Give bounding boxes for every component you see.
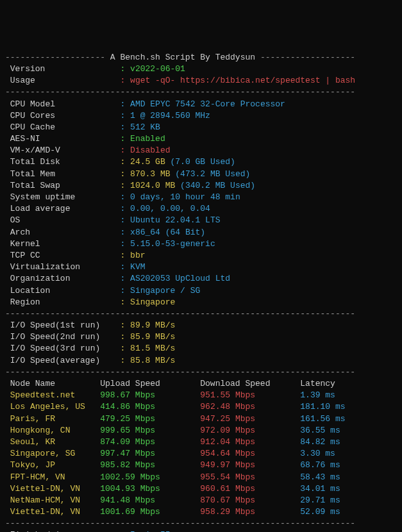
speedtest-node: Tokyo, JP [10, 460, 100, 470]
speedtest-download: 958.29 Mbps [200, 507, 300, 517]
colon: : [120, 251, 125, 260]
mem-value: 870.3 MB [130, 169, 170, 179]
loc-value: Singapore / SG [130, 286, 200, 295]
speedtest-upload: 1001.69 Mbps [100, 507, 200, 517]
speedtest-download: 972.09 Mbps [200, 426, 300, 435]
usage-label: Usage [10, 76, 35, 85]
script-title: A Bench.sh Script By Teddysun [110, 53, 255, 62]
speedtest-download: 954.64 Mbps [200, 449, 300, 458]
kernel-value: 5.15.0-53-generic [130, 239, 215, 249]
load-value: 0.00, 0.00, 0.04 [130, 204, 210, 213]
colon: : [120, 356, 125, 365]
colon: : [120, 239, 125, 249]
speedtest-latency: 68.76 ms [300, 460, 340, 470]
colon: : [120, 320, 125, 330]
cpu-cores-value: 1 @ 2894.560 MHz [130, 111, 210, 121]
divider: ----------------------------------------… [5, 367, 355, 377]
speedtest-download: 955.54 Mbps [200, 472, 300, 482]
cpu-model-label: CPU Model [10, 99, 55, 109]
io-avg-value: 85.8 MB/s [130, 356, 175, 365]
colon: : [120, 181, 125, 190]
speedtest-upload: 941.48 Mbps [100, 495, 200, 505]
speedtest-upload: 414.86 Mbps [100, 402, 200, 411]
swap-used: (340.2 MB Used) [180, 181, 255, 190]
colon: : [120, 76, 125, 85]
colon: : [120, 145, 125, 155]
speedtest-node: Los Angeles, US [10, 402, 100, 411]
speedtest-upload: 985.82 Mbps [100, 460, 200, 470]
speedtest-upload: 997.47 Mbps [100, 449, 200, 458]
colon: : [120, 262, 125, 272]
colon: : [120, 274, 125, 283]
speedtest-download: 870.67 Mbps [200, 495, 300, 505]
speedtest-download: 951.55 Mbps [200, 390, 300, 400]
speedtest-latency: 34.01 ms [300, 484, 340, 494]
aes-label: AES-NI [10, 134, 40, 144]
speedtest-latency: 36.55 ms [300, 426, 340, 435]
virt-label: Virtualization [10, 262, 80, 272]
speedtest-download: 912.04 Mbps [200, 437, 300, 447]
disk-used: (7.0 GB Used) [171, 157, 235, 167]
colon: : [120, 204, 125, 213]
load-label: Load average [10, 204, 71, 213]
mem-used: (473.2 MB Used) [175, 169, 250, 179]
vmx-label: VM-x/AMD-V [10, 145, 60, 155]
disk-value: 24.5 GB [130, 157, 165, 167]
io-run3-value: 81.5 MB/s [130, 344, 175, 353]
speedtest-upload: 1004.93 Mbps [100, 484, 200, 494]
aes-value: Enabled [130, 134, 165, 144]
uptime-value: 0 days, 10 hour 48 min [130, 192, 240, 202]
colon: : [120, 134, 125, 144]
colon: : [120, 215, 125, 225]
cpu-cores-label: CPU Cores [10, 111, 55, 121]
speedtest-latency: 1.39 ms [300, 390, 335, 400]
speedtest-upload: 999.65 Mbps [100, 426, 200, 435]
virt-value: KVM [130, 262, 145, 272]
speedtest-node: Viettel-DN, VN [10, 484, 100, 494]
uptime-label: System uptime [10, 192, 75, 202]
colon: : [120, 64, 125, 74]
divider: ------------------- [255, 53, 355, 62]
colon: : [120, 297, 125, 307]
speedtest-latency: 58.43 ms [300, 472, 340, 482]
version-label: Version [10, 64, 46, 74]
divider: ----------------------------------------… [5, 519, 355, 528]
mem-label: Total Mem [10, 169, 55, 179]
disk-label: Total Disk [10, 157, 60, 167]
speedtest-node: Seoul, KR [10, 437, 100, 447]
region-value: Singapore [130, 297, 175, 307]
swap-value: 1024.0 MB [130, 181, 175, 190]
tcp-label: TCP CC [10, 251, 40, 260]
speedtest-node: Viettel-DN, VN [10, 507, 100, 517]
divider: ----------------------------------------… [5, 309, 355, 319]
speedtest-header: Node Name Upload Speed Download Speed La… [5, 379, 335, 388]
divider: -------------------- [5, 53, 110, 62]
swap-label: Total Swap [10, 181, 60, 190]
org-value: AS202053 UpCloud Ltd [130, 274, 230, 283]
os-label: OS [10, 215, 21, 225]
speedtest-latency: 161.56 ms [300, 414, 345, 424]
speedtest-node: NetNam-HCM, VN [10, 495, 100, 505]
vmx-value: Disabled [130, 145, 170, 155]
speedtest-latency: 84.82 ms [300, 437, 340, 447]
colon: : [120, 286, 125, 295]
colon: : [120, 169, 125, 179]
loc-label: Location [10, 286, 50, 295]
io-run1-label: I/O Speed(1st run) [10, 320, 100, 330]
speedtest-upload: 479.25 Mbps [100, 414, 200, 424]
speedtest-node: Paris, FR [10, 414, 100, 424]
speedtest-latency: 181.10 ms [300, 402, 345, 411]
colon: : [120, 228, 125, 237]
speedtest-node: Speedtest.net [10, 390, 100, 400]
version-value: v2022-06-01 [130, 64, 185, 74]
io-run2-value: 85.9 MB/s [130, 332, 175, 342]
tcp-value: bbr [130, 251, 145, 260]
os-value: Ubuntu 22.04.1 LTS [130, 215, 220, 225]
colon: : [120, 99, 125, 109]
speedtest-upload: 998.67 Mbps [100, 390, 200, 400]
cpu-model-value: AMD EPYC 7542 32-Core Processor [130, 99, 285, 109]
speedtest-table: Node Name Upload Speed Download Speed La… [5, 378, 397, 518]
colon: : [120, 111, 125, 121]
cpu-cache-value: 512 KB [130, 122, 160, 132]
kernel-label: Kernel [10, 239, 40, 249]
